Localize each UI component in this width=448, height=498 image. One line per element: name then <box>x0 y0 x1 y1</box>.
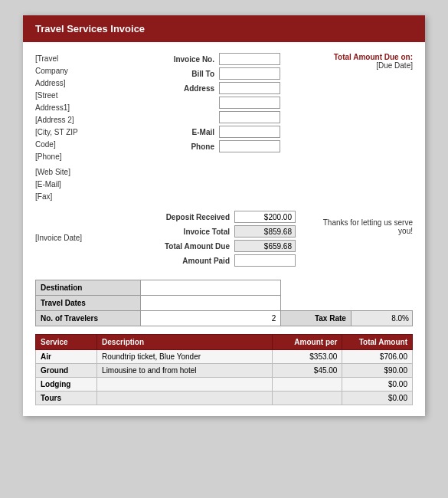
service-description <box>97 378 273 392</box>
destination-label: Destination <box>36 280 141 296</box>
service-row: Air Roundtrip ticket, Blue Yonder $353.0… <box>36 350 413 364</box>
total-amount-due-label: Total Amount Due <box>142 242 234 251</box>
service-name: Ground <box>36 364 97 378</box>
company-fax: [Fax] <box>35 191 142 203</box>
invoice-no-input[interactable] <box>219 53 280 65</box>
totals-area: Deposit Received Invoice Total Total Amo… <box>142 211 321 269</box>
email-label: E-Mail <box>150 128 219 136</box>
service-amount-per <box>272 392 342 405</box>
total-amount-due-input[interactable] <box>234 240 296 252</box>
tax-rate-label: Tax Rate <box>281 311 352 326</box>
travelers-row: No. of Travelers 2 Tax Rate 8.0% <box>36 311 413 326</box>
invoice-total-label: Invoice Total <box>142 228 234 236</box>
travel-info-table: Destination Travel Dates No. of Traveler… <box>35 280 413 326</box>
col-description: Description <box>97 335 273 350</box>
thanks-text: Thanks for letting us serve you! <box>323 218 413 235</box>
service-name: Lodging <box>36 378 97 392</box>
services-header-row: Service Description Amount per Total Amo… <box>36 335 413 350</box>
email-input[interactable] <box>219 126 280 138</box>
service-description: Limousine to and from hotel <box>97 364 273 378</box>
deposit-received-input[interactable] <box>234 211 296 223</box>
service-amount-per: $45.00 <box>272 364 342 378</box>
service-description <box>97 392 273 405</box>
service-amount-per: $353.00 <box>272 350 342 364</box>
company-website: [Web Site] <box>35 166 142 179</box>
company-email: [E-Mail] <box>35 179 142 191</box>
header-bar: Travel Services Invoice <box>23 15 425 42</box>
amount-paid-label: Amount Paid <box>142 257 234 265</box>
total-amount-due-on-label: Total Amount Due on: <box>321 53 413 61</box>
due-date: [Due Date] <box>321 61 413 70</box>
right-info-block: Total Amount Due on: [Due Date] <box>321 53 413 203</box>
address-input-2[interactable] <box>219 97 280 109</box>
address-label: Address <box>150 84 219 93</box>
travel-dates-value[interactable] <box>141 296 281 311</box>
travel-dates-row: Travel Dates <box>36 296 413 311</box>
col-amount-per: Amount per <box>272 335 342 350</box>
amount-paid-input[interactable] <box>234 254 296 267</box>
tax-rate-value: 8.0% <box>351 311 412 326</box>
travel-dates-label: Travel Dates <box>36 296 141 311</box>
service-name: Tours <box>36 392 97 405</box>
service-amount-per <box>272 378 342 392</box>
invoice-date-area: [Invoice Date] <box>35 211 142 269</box>
no-travelers-value[interactable]: 2 <box>141 311 281 326</box>
address-input-1[interactable] <box>219 82 280 94</box>
company-line6: [Address 2] <box>35 114 142 126</box>
address-input-3[interactable] <box>219 111 280 123</box>
col-service: Service <box>36 335 97 350</box>
invoice-fields: Invoice No. Bill To Address <box>150 53 313 203</box>
thanks-area: Thanks for letting us serve you! <box>321 211 413 269</box>
service-description: Roundtrip ticket, Blue Yonder <box>97 350 273 364</box>
phone-label: Phone <box>150 143 219 151</box>
company-line7: [City, ST ZIP <box>35 126 142 139</box>
deposit-received-label: Deposit Received <box>142 213 234 221</box>
no-travelers-label: No. of Travelers <box>36 311 141 326</box>
col-total: Total Amount <box>342 335 413 350</box>
invoice-date: [Invoice Date] <box>35 234 142 242</box>
service-total: $0.00 <box>342 392 413 405</box>
company-line3: Address] <box>35 77 142 90</box>
header-title: Travel Services Invoice <box>35 23 145 34</box>
services-table: Service Description Amount per Total Amo… <box>35 334 413 405</box>
phone-input[interactable] <box>219 140 280 152</box>
company-phone: [Phone] <box>35 151 142 163</box>
service-name: Air <box>36 350 97 364</box>
company-line4: [Street <box>35 90 142 102</box>
company-line2: Company <box>35 65 142 77</box>
service-total: $0.00 <box>342 378 413 392</box>
service-row: Lodging $0.00 <box>36 378 413 392</box>
invoice-no-label: Invoice No. <box>150 55 219 64</box>
service-row: Ground Limousine to and from hotel $45.0… <box>36 364 413 378</box>
company-line5: Address1] <box>35 102 142 114</box>
destination-value[interactable] <box>141 280 281 296</box>
invoice-total-input[interactable] <box>234 225 296 238</box>
service-total: $706.00 <box>342 350 413 364</box>
bill-to-label: Bill To <box>150 70 219 78</box>
destination-row: Destination <box>36 280 413 296</box>
company-info: [Travel Company Address] [Street Address… <box>35 53 142 203</box>
company-line1: [Travel <box>35 53 142 65</box>
service-row: Tours $0.00 <box>36 392 413 405</box>
service-total: $90.00 <box>342 364 413 378</box>
company-line8: Code] <box>35 139 142 151</box>
bill-to-input[interactable] <box>219 67 280 80</box>
invoice-page: Travel Services Invoice [Travel Company … <box>23 15 425 416</box>
